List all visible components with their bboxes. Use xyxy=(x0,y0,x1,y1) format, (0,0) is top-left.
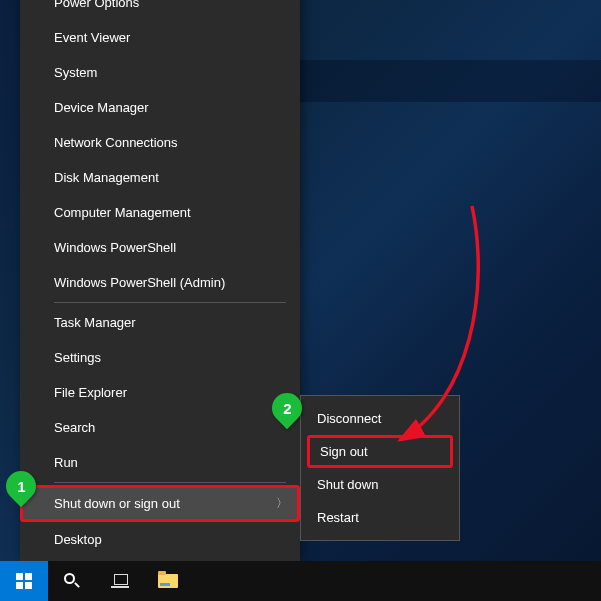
menu-item-power-options[interactable]: Power Options xyxy=(20,0,300,20)
winx-context-menu: Apps and Features Power Options Event Vi… xyxy=(20,0,300,561)
menu-item-windows-powershell[interactable]: Windows PowerShell xyxy=(20,230,300,265)
menu-item-label: Computer Management xyxy=(54,205,191,220)
menu-item-shut-down-or-sign-out[interactable]: Shut down or sign out 〉 xyxy=(20,485,300,522)
submenu-item-disconnect[interactable]: Disconnect xyxy=(301,402,459,435)
search-icon xyxy=(64,573,80,589)
menu-item-label: Disk Management xyxy=(54,170,159,185)
chevron-right-icon: 〉 xyxy=(276,495,288,512)
menu-item-network-connections[interactable]: Network Connections xyxy=(20,125,300,160)
menu-item-event-viewer[interactable]: Event Viewer xyxy=(20,20,300,55)
menu-separator xyxy=(54,482,286,483)
menu-item-label: System xyxy=(54,65,97,80)
task-view-icon xyxy=(111,574,129,588)
taskbar xyxy=(0,561,601,601)
submenu-item-shut-down[interactable]: Shut down xyxy=(301,468,459,501)
menu-item-label: Power Options xyxy=(54,0,139,10)
submenu-item-restart[interactable]: Restart xyxy=(301,501,459,534)
submenu-item-label: Restart xyxy=(317,510,359,525)
menu-item-device-manager[interactable]: Device Manager xyxy=(20,90,300,125)
taskbar-search-button[interactable] xyxy=(48,561,96,601)
menu-item-task-manager[interactable]: Task Manager xyxy=(20,305,300,340)
badge-number: 2 xyxy=(283,400,291,417)
submenu-item-label: Sign out xyxy=(320,444,368,459)
desktop-background-stripe xyxy=(300,60,601,102)
menu-item-label: Run xyxy=(54,455,78,470)
windows-logo-icon xyxy=(16,573,32,589)
taskbar-file-explorer-button[interactable] xyxy=(144,561,192,601)
menu-item-label: Event Viewer xyxy=(54,30,130,45)
menu-item-system[interactable]: System xyxy=(20,55,300,90)
taskbar-task-view-button[interactable] xyxy=(96,561,144,601)
badge-number: 1 xyxy=(17,478,25,495)
menu-item-label: Windows PowerShell (Admin) xyxy=(54,275,225,290)
menu-item-label: Desktop xyxy=(54,532,102,547)
shutdown-submenu: Disconnect Sign out Shut down Restart xyxy=(300,395,460,541)
menu-item-label: File Explorer xyxy=(54,385,127,400)
submenu-item-label: Shut down xyxy=(317,477,378,492)
menu-item-windows-powershell-admin[interactable]: Windows PowerShell (Admin) xyxy=(20,265,300,300)
submenu-item-sign-out[interactable]: Sign out xyxy=(307,435,453,468)
menu-item-label: Device Manager xyxy=(54,100,149,115)
menu-item-disk-management[interactable]: Disk Management xyxy=(20,160,300,195)
menu-item-computer-management[interactable]: Computer Management xyxy=(20,195,300,230)
menu-item-run[interactable]: Run xyxy=(20,445,300,480)
menu-item-label: Network Connections xyxy=(54,135,178,150)
menu-item-desktop[interactable]: Desktop xyxy=(20,522,300,557)
folder-icon xyxy=(158,574,178,588)
menu-item-label: Windows PowerShell xyxy=(54,240,176,255)
menu-item-label: Task Manager xyxy=(54,315,136,330)
menu-item-settings[interactable]: Settings xyxy=(20,340,300,375)
menu-item-file-explorer[interactable]: File Explorer xyxy=(20,375,300,410)
start-button[interactable] xyxy=(0,561,48,601)
menu-item-search[interactable]: Search xyxy=(20,410,300,445)
menu-item-label: Search xyxy=(54,420,95,435)
submenu-item-label: Disconnect xyxy=(317,411,381,426)
menu-item-label: Settings xyxy=(54,350,101,365)
menu-item-label: Shut down or sign out xyxy=(54,496,180,511)
menu-separator xyxy=(54,302,286,303)
